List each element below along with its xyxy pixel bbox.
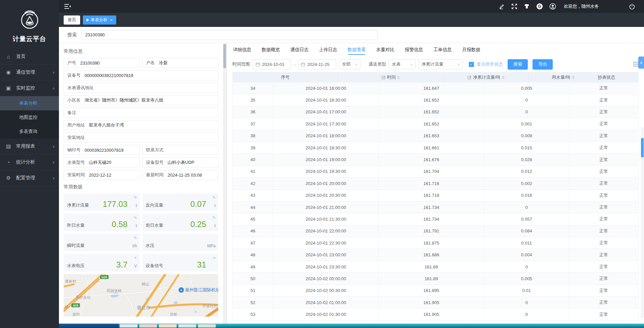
table-row[interactable]: 35 2024-10-01 16:30:00 161.652 0 正常 [233, 94, 638, 106]
field-label: 钢印号 [67, 147, 80, 153]
tab-single-meter-analysis[interactable]: 单表分析 × [83, 15, 116, 25]
start-date-picker[interactable]: 2024-10-01 [253, 59, 291, 69]
table-row[interactable]: 37 2024-10-01 17:30:00 161.652 0.001 正常 [233, 118, 638, 130]
map-label: 后林 [170, 312, 177, 316]
tab-upload-log[interactable]: 上传日志 [318, 43, 338, 56]
location-map[interactable]: G15 G15 塘新村 田园张林 崎山 风炉后坑 镇 [64, 274, 218, 317]
info-field: 设备型号 山科小表UDP [142, 157, 219, 168]
table-row[interactable]: 47 2024-10-01 22:30:00 161.875 0.011 正常 [233, 237, 638, 249]
svg-text:✈: ✈ [180, 289, 183, 292]
tab-detail-info[interactable]: 详细信息 [232, 43, 252, 56]
taskbar-window[interactable] [120, 324, 138, 328]
cell-time: 2024-10-01 19:00:00 [273, 154, 379, 165]
cell-index: 52 [233, 297, 273, 308]
sidebar-item-statistics[interactable]: ◔ 统计分析 ∨ [0, 154, 59, 170]
tab-comm-log[interactable]: 通信日志 [290, 43, 309, 56]
col-time[interactable]: 时间 [338, 72, 444, 82]
sidebar-subitem-multi-meter-query[interactable]: 多表查询 [0, 124, 59, 139]
end-date-picker[interactable]: 2024-11-25 [298, 59, 336, 69]
os-taskbar[interactable] [59, 324, 644, 328]
sidebar-item-configuration[interactable]: ⚙ 配置管理 ∨ [0, 170, 59, 186]
collapse-menu-icon[interactable] [64, 3, 71, 9]
scrollbar-thumb[interactable] [223, 44, 226, 68]
edit-icon[interactable] [499, 3, 505, 9]
tab-water-compare[interactable]: 水量对比 [376, 43, 395, 56]
metric-value: 0.58 [112, 220, 128, 229]
table-row[interactable]: 38 2024-10-01 18:00:00 161.653 0.008 正常 [233, 130, 638, 142]
tab-data-overview[interactable]: 数据概览 [261, 43, 281, 56]
col-status[interactable]: 抄表状态 [598, 72, 615, 82]
search-input[interactable] [82, 30, 378, 40]
col-index[interactable]: 序号 [233, 72, 338, 82]
taskbar-window[interactable] [139, 324, 157, 328]
tab-alarm-info[interactable]: 报警信息 [404, 43, 424, 56]
table-row[interactable]: 36 2024-10-01 17:00:00 161.652 0 正常 [233, 106, 638, 118]
sidebar-item-common-reports[interactable]: ▤ 常用报表 ∨ [0, 139, 59, 154]
scroll-top-button[interactable]: ∧ [638, 57, 644, 69]
export-button[interactable]: 导出 [533, 59, 553, 70]
table-row[interactable]: 40 2024-10-01 19:00:00 161.676 0.028 正常 [233, 154, 638, 166]
cell-index: 42 [233, 178, 273, 189]
info-field: 水表型号 山科无磁20 [64, 157, 140, 168]
cell-index: 51 [233, 285, 273, 296]
table-row[interactable]: 48 2024-10-01 23:00:00 161.886 0.004 正常 [233, 249, 638, 261]
table-row[interactable]: 49 2024-10-01 23:30:00 161.89 0 正常 [233, 261, 638, 273]
tab-monthly-report[interactable]: 月报数据 [461, 43, 481, 56]
cell-net-flow: 161.661 [379, 142, 484, 153]
table-row[interactable]: 44 2024-10-01 21:00:00 161.734 0 正常 [233, 202, 638, 213]
table-row[interactable]: 46 2024-10-01 22:00:00 161.791 0.084 正常 [233, 225, 638, 237]
sidebar-subitem-map-monitor[interactable]: 地图监控 [0, 110, 59, 124]
app-logo-icon [18, 7, 41, 30]
pulse-icon [133, 235, 137, 240]
topbar-right: G 欢迎您，随州水务 [499, 3, 635, 10]
table-row[interactable]: 34 2024-10-01 16:00:00 161.647 0.005 正常 [233, 82, 638, 94]
map-canvas: G15 G15 塘新村 田园张林 崎山 风炉后坑 镇 [64, 274, 218, 317]
close-icon[interactable]: × [110, 17, 113, 23]
col-net-flow[interactable]: 净累计流量/吨 [444, 72, 529, 82]
tab-home[interactable]: 首页 [64, 15, 80, 25]
metric-select[interactable]: 净累计流量 ∨ [418, 59, 463, 69]
abnormal-status-checkbox[interactable]: ✓ [469, 62, 474, 67]
fullscreen-icon[interactable] [511, 3, 517, 9]
table-row[interactable]: 52 2024-10-02 01:00:00 161.905 0 正常 [233, 297, 638, 308]
channel-select[interactable]: 水表 ∨ [389, 59, 416, 69]
taskbar-window[interactable] [159, 324, 177, 328]
search-button[interactable]: 搜索 [508, 59, 528, 70]
sidebar-item-communication[interactable]: ◉ 通信管理 ∨ [0, 65, 59, 80]
sort-icon[interactable] [397, 76, 400, 79]
map-label: 风炉后坑 [76, 295, 91, 299]
sidebar-item-realtime-monitor[interactable]: ▣ 实时监控 ∧ [0, 80, 59, 96]
col-usage[interactable]: 用水量/吨 [529, 72, 598, 82]
table-scrollbar[interactable] [641, 127, 644, 318]
table-row[interactable]: 42 2024-10-01 20:00:00 161.716 0.002 正常 [233, 178, 638, 189]
table-scrollbar-thumb[interactable] [641, 138, 644, 157]
table-row[interactable]: 39 2024-10-01 18:30:00 161.661 0.015 正常 [233, 142, 638, 154]
power-icon[interactable] [629, 3, 635, 10]
nav-item-label: 通信管理 [16, 69, 53, 75]
theme-icon[interactable] [524, 3, 530, 9]
table-row[interactable]: 50 2024-10-02 00:00:00 161.89 0.005 正常 [233, 273, 638, 285]
metric-value: 0.07 [190, 199, 206, 209]
table-row[interactable]: 53 2024-10-02 01:30:00 161.905 0 正常 [233, 308, 638, 320]
card-net-cumulative-flow: 净累计流量 177.03 t [64, 193, 140, 211]
map-label-city: 晋江市 [137, 305, 150, 310]
nav-item-icon: ◔ [5, 159, 11, 165]
taskbar-window[interactable] [198, 324, 216, 328]
user-avatar-icon[interactable] [549, 3, 556, 10]
granularity-select[interactable]: 全部 ∨ [339, 59, 360, 69]
taskbar-window[interactable] [178, 324, 196, 328]
sort-icon[interactable] [502, 76, 505, 79]
table-row[interactable]: 45 2024-10-01 21:30:00 161.734 0.057 正常 [233, 213, 638, 225]
table-row[interactable]: 41 2024-10-01 19:30:00 161.704 0.012 正常 [233, 166, 638, 178]
sort-icon[interactable] [572, 76, 575, 79]
tab-data-view[interactable]: 数据查看 [347, 43, 366, 56]
left-panel-scrollbar[interactable] [223, 43, 226, 324]
table-row[interactable]: 51 2024-10-02 00:30:00 161.895 0.01 正常 [233, 285, 638, 297]
column-label: 时间 [387, 74, 396, 80]
grid-view-icon[interactable] [633, 62, 639, 67]
table-row[interactable]: 43 2024-10-01 20:30:00 161.718 0.016 正常 [233, 190, 638, 202]
sidebar-item-home[interactable]: ⌂ 首页 [0, 49, 59, 65]
sidebar-subitem-single-meter-analysis[interactable]: 单表分析 [0, 96, 59, 110]
tab-workorder-info[interactable]: 工单信息 [433, 43, 452, 56]
g-badge-icon[interactable]: G [536, 3, 543, 10]
